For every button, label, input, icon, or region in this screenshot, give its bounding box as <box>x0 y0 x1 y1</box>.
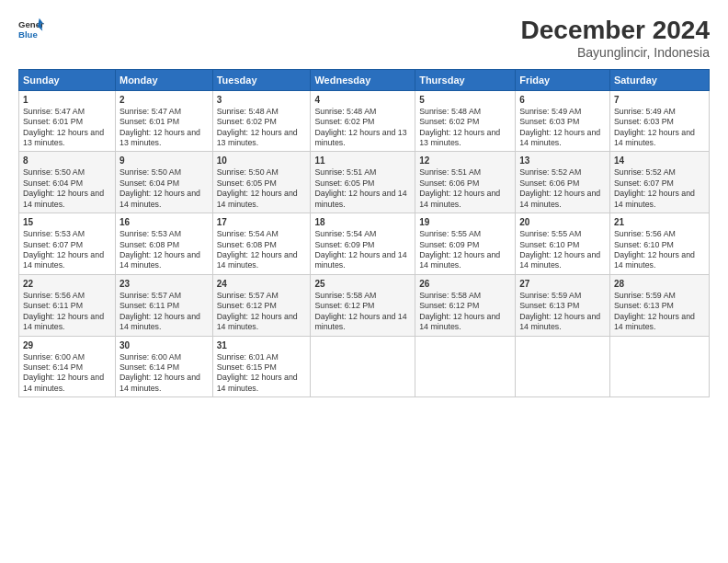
week-row-1: 1Sunrise: 5:47 AMSunset: 6:01 PMDaylight… <box>19 90 710 152</box>
week-row-3: 15Sunrise: 5:53 AMSunset: 6:07 PMDayligh… <box>19 213 710 275</box>
daylight-label: Daylight: 12 hours and 13 minutes. <box>217 128 298 147</box>
day-number: 20 <box>519 216 606 228</box>
sunset-label: Sunset: 6:12 PM <box>217 301 277 310</box>
sunset-label: Sunset: 6:09 PM <box>314 240 374 249</box>
logo: General Blue <box>18 17 44 42</box>
calendar-cell: 2Sunrise: 5:47 AMSunset: 6:01 PMDaylight… <box>115 90 212 152</box>
sunrise-label: Sunrise: 5:56 AM <box>23 291 85 300</box>
day-number: 17 <box>217 216 307 228</box>
day-number: 10 <box>217 155 307 167</box>
sunset-label: Sunset: 6:13 PM <box>519 301 579 310</box>
day-number: 27 <box>519 278 606 290</box>
daylight-label: Daylight: 12 hours and 14 minutes. <box>119 373 200 392</box>
sunrise-label: Sunrise: 5:54 AM <box>314 229 376 238</box>
calendar-cell: 6Sunrise: 5:49 AMSunset: 6:03 PMDaylight… <box>516 90 610 152</box>
sunrise-label: Sunrise: 5:58 AM <box>419 291 481 300</box>
calendar-cell: 18Sunrise: 5:54 AMSunset: 6:09 PMDayligh… <box>311 213 415 275</box>
sunset-label: Sunset: 6:09 PM <box>419 240 479 249</box>
day-number: 21 <box>614 216 705 228</box>
daylight-label: Daylight: 12 hours and 14 minutes. <box>614 189 695 208</box>
day-number: 4 <box>314 94 411 106</box>
daylight-label: Daylight: 12 hours and 14 minutes. <box>119 250 200 270</box>
day-number: 15 <box>23 216 111 228</box>
sunrise-label: Sunrise: 5:49 AM <box>519 107 581 116</box>
sunset-label: Sunset: 6:08 PM <box>217 240 277 249</box>
title-block: December 2024 Bayunglincir, Indonesia <box>521 17 710 60</box>
sunrise-label: Sunrise: 5:52 AM <box>519 167 581 177</box>
header-sunday: Sunday <box>19 69 116 90</box>
calendar-cell: 10Sunrise: 5:50 AMSunset: 6:05 PMDayligh… <box>212 152 311 213</box>
daylight-label: Daylight: 12 hours and 14 minutes. <box>23 189 104 208</box>
sunset-label: Sunset: 6:05 PM <box>314 178 374 188</box>
calendar-cell: 24Sunrise: 5:57 AMSunset: 6:12 PMDayligh… <box>212 274 311 336</box>
calendar-cell: 21Sunrise: 5:56 AMSunset: 6:10 PMDayligh… <box>609 213 709 275</box>
calendar-cell: 28Sunrise: 5:59 AMSunset: 6:13 PMDayligh… <box>609 274 709 336</box>
sunrise-label: Sunrise: 5:50 AM <box>217 167 279 177</box>
day-number: 1 <box>23 94 111 106</box>
day-number: 28 <box>614 278 705 290</box>
daylight-label: Daylight: 12 hours and 14 minutes. <box>217 189 298 208</box>
daylight-label: Daylight: 12 hours and 14 minutes. <box>519 312 600 331</box>
calendar-cell: 31Sunrise: 6:01 AMSunset: 6:15 PMDayligh… <box>212 336 311 397</box>
subtitle: Bayunglincir, Indonesia <box>521 45 710 60</box>
day-number: 13 <box>519 155 606 167</box>
calendar-cell: 5Sunrise: 5:48 AMSunset: 6:02 PMDaylight… <box>415 90 516 152</box>
sunrise-label: Sunrise: 5:55 AM <box>419 229 481 238</box>
calendar-cell: 25Sunrise: 5:58 AMSunset: 6:12 PMDayligh… <box>311 274 415 336</box>
calendar-cell <box>609 336 709 397</box>
day-number: 16 <box>119 216 209 228</box>
daylight-label: Daylight: 12 hours and 14 minutes. <box>217 373 298 392</box>
daylight-label: Daylight: 12 hours and 14 minutes. <box>519 189 600 208</box>
sunrise-label: Sunrise: 5:47 AM <box>23 107 85 116</box>
sunset-label: Sunset: 6:03 PM <box>614 117 674 126</box>
daylight-label: Daylight: 12 hours and 14 minutes. <box>217 250 298 270</box>
day-number: 23 <box>119 278 209 290</box>
sunrise-label: Sunrise: 6:00 AM <box>23 352 85 362</box>
calendar-cell: 16Sunrise: 5:53 AMSunset: 6:08 PMDayligh… <box>115 213 212 275</box>
calendar-table: Sunday Monday Tuesday Wednesday Thursday… <box>18 69 710 397</box>
sunset-label: Sunset: 6:04 PM <box>23 178 83 188</box>
sunrise-label: Sunrise: 6:01 AM <box>217 352 279 362</box>
day-number: 6 <box>519 94 606 106</box>
sunset-label: Sunset: 6:07 PM <box>23 240 83 249</box>
calendar-cell: 26Sunrise: 5:58 AMSunset: 6:12 PMDayligh… <box>415 274 516 336</box>
day-number: 14 <box>614 155 705 167</box>
sunrise-label: Sunrise: 6:00 AM <box>119 352 181 362</box>
sunrise-label: Sunrise: 5:53 AM <box>119 229 181 238</box>
sunset-label: Sunset: 6:08 PM <box>119 240 179 249</box>
daylight-label: Daylight: 12 hours and 13 minutes. <box>419 128 500 147</box>
calendar-cell: 13Sunrise: 5:52 AMSunset: 6:06 PMDayligh… <box>516 152 610 213</box>
calendar-cell <box>311 336 415 397</box>
page: General Blue December 2024 Bayunglincir,… <box>0 0 728 563</box>
daylight-label: Daylight: 12 hours and 13 minutes. <box>23 128 104 147</box>
day-number: 12 <box>419 155 511 167</box>
sunrise-label: Sunrise: 5:48 AM <box>314 107 376 116</box>
sunset-label: Sunset: 6:02 PM <box>217 117 277 126</box>
daylight-label: Daylight: 12 hours and 14 minutes. <box>314 250 406 270</box>
sunset-label: Sunset: 6:13 PM <box>614 301 674 310</box>
daylight-label: Daylight: 12 hours and 14 minutes. <box>614 312 695 331</box>
sunrise-label: Sunrise: 5:57 AM <box>217 291 279 300</box>
calendar-cell: 15Sunrise: 5:53 AMSunset: 6:07 PMDayligh… <box>19 213 116 275</box>
sunset-label: Sunset: 6:07 PM <box>614 178 674 188</box>
sunset-label: Sunset: 6:03 PM <box>519 117 579 126</box>
calendar-cell: 4Sunrise: 5:48 AMSunset: 6:02 PMDaylight… <box>311 90 415 152</box>
day-number: 19 <box>419 216 511 228</box>
logo-icon: General Blue <box>18 17 44 42</box>
day-number: 3 <box>217 94 307 106</box>
day-number: 31 <box>217 339 307 351</box>
sunrise-label: Sunrise: 5:57 AM <box>119 291 181 300</box>
sunrise-label: Sunrise: 5:55 AM <box>519 229 581 238</box>
daylight-label: Daylight: 12 hours and 14 minutes. <box>23 373 104 392</box>
daylight-label: Daylight: 12 hours and 13 minutes. <box>314 128 406 147</box>
calendar-cell: 29Sunrise: 6:00 AMSunset: 6:14 PMDayligh… <box>19 336 116 397</box>
calendar-cell: 12Sunrise: 5:51 AMSunset: 6:06 PMDayligh… <box>415 152 516 213</box>
day-number: 22 <box>23 278 111 290</box>
week-row-2: 8Sunrise: 5:50 AMSunset: 6:04 PMDaylight… <box>19 152 710 213</box>
sunrise-label: Sunrise: 5:58 AM <box>314 291 376 300</box>
calendar-cell: 3Sunrise: 5:48 AMSunset: 6:02 PMDaylight… <box>212 90 311 152</box>
calendar-cell: 19Sunrise: 5:55 AMSunset: 6:09 PMDayligh… <box>415 213 516 275</box>
daylight-label: Daylight: 12 hours and 14 minutes. <box>314 189 406 208</box>
sunrise-label: Sunrise: 5:48 AM <box>217 107 279 116</box>
sunset-label: Sunset: 6:02 PM <box>419 117 479 126</box>
